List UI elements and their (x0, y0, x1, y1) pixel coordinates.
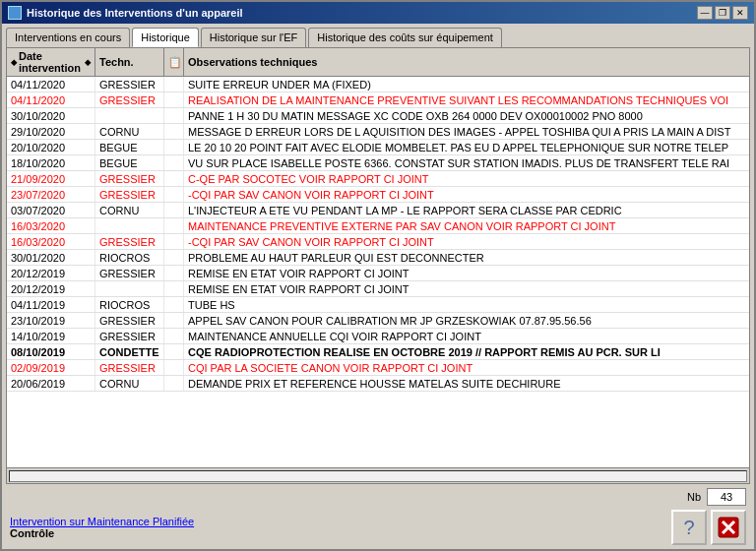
nb-label: Nb (687, 491, 701, 503)
restore-button[interactable]: ❐ (715, 6, 730, 20)
close-button[interactable]: ✕ (732, 6, 748, 20)
table-row[interactable]: 21/09/2020 GRESSIER C-QE PAR SOCOTEC VOI… (7, 171, 749, 187)
cell-flag (164, 281, 184, 296)
cell-date: 20/12/2019 (7, 266, 95, 280)
cell-flag (164, 140, 184, 154)
table-row[interactable]: 16/03/2020 MAINTENANCE PREVENTIVE EXTERN… (7, 218, 749, 234)
table-row[interactable]: 30/01/2020 RIOCROS PROBLEME AU HAUT PARL… (7, 250, 749, 266)
table-row[interactable]: 04/11/2020 GRESSIER REALISATION DE LA MA… (7, 92, 749, 108)
col-header-date[interactable]: ◆ Date intervention ◆ (7, 48, 95, 76)
table-row[interactable]: 20/10/2020 BEGUE LE 20 10 20 POINT FAIT … (7, 140, 749, 155)
cell-obs: SUITE ERREUR UNDER MA (FIXED) (184, 77, 749, 92)
cell-flag (164, 234, 184, 249)
main-window: Historique des Interventions d'un appare… (0, 0, 756, 551)
cell-date: 30/01/2020 (7, 250, 95, 265)
table-row[interactable]: 30/10/2020 PANNE 1 H 30 DU MATIN MESSAGE… (7, 108, 749, 124)
minimize-button[interactable]: — (697, 6, 713, 20)
tab-historique[interactable]: Historique (132, 28, 199, 47)
title-bar: Historique des Interventions d'un appare… (2, 2, 754, 24)
footer-left: Intervention sur Maintenance Planifiée C… (10, 516, 194, 539)
cell-date: 14/10/2019 (7, 329, 95, 343)
table-row[interactable]: 29/10/2020 CORNU MESSAGE D ERREUR LORS D… (7, 124, 749, 140)
table-row[interactable]: 14/10/2019 GRESSIER MAINTENANCE ANNUELLE… (7, 329, 749, 344)
col-header-obs[interactable]: Observations techniques (184, 48, 749, 76)
cell-tech: GRESSIER (95, 360, 164, 375)
cell-date: 29/10/2020 (7, 124, 95, 139)
cell-date: 20/06/2019 (7, 376, 95, 391)
tab-historique-couts[interactable]: Historique des coûts sur équipement (308, 28, 502, 47)
title-bar-left: Historique des Interventions d'un appare… (8, 6, 243, 20)
cell-date: 18/10/2020 (7, 155, 95, 170)
tabs-bar: Interventions en cours Historique Histor… (2, 24, 754, 47)
cell-flag (164, 108, 184, 123)
table-row[interactable]: 18/10/2020 BEGUE VU SUR PLACE ISABELLE P… (7, 155, 749, 171)
cell-tech: GRESSIER (95, 266, 164, 280)
sort-icon-right: ◆ (85, 58, 91, 67)
cell-tech (95, 281, 164, 296)
table-row[interactable]: 20/06/2019 CORNU DEMANDE PRIX ET REFEREN… (7, 376, 749, 392)
cell-date: 16/03/2020 (7, 234, 95, 249)
cell-tech: GRESSIER (95, 171, 164, 186)
cell-flag (164, 250, 184, 265)
window-title: Historique des Interventions d'un appare… (27, 7, 243, 19)
table-scroll[interactable]: 04/11/2020 GRESSIER SUITE ERREUR UNDER M… (7, 77, 749, 467)
cell-date: 20/12/2019 (7, 281, 95, 296)
cell-tech (95, 218, 164, 233)
cell-obs: MAINTENANCE ANNUELLE CQI VOIR RAPPORT CI… (184, 329, 749, 343)
table-row[interactable]: 04/11/2020 GRESSIER SUITE ERREUR UNDER M… (7, 77, 749, 92)
window-icon (8, 6, 22, 20)
cell-obs: L'INJECTEUR A ETE VU PENDANT LA MP - LE … (184, 203, 749, 217)
cell-date: 16/03/2020 (7, 218, 95, 233)
col-header-tech[interactable]: Techn. (95, 48, 164, 76)
cell-tech: BEGUE (95, 155, 164, 170)
cell-tech (95, 108, 164, 123)
table-header: ◆ Date intervention ◆ Techn. 📋 Observati… (7, 48, 749, 77)
cell-tech: GRESSIER (95, 234, 164, 249)
table-row[interactable]: 20/12/2019 REMISE EN ETAT VOIR RAPPORT C… (7, 281, 749, 297)
cell-date: 30/10/2020 (7, 108, 95, 123)
cell-date: 08/10/2019 (7, 344, 95, 359)
cell-date: 23/07/2020 (7, 187, 95, 202)
tab-historique-ef[interactable]: Historique sur l'EF (201, 28, 307, 47)
cell-obs: PROBLEME AU HAUT PARLEUR QUI EST DECONNE… (184, 250, 749, 265)
table-row[interactable]: 23/07/2020 GRESSIER -CQI PAR SAV CANON V… (7, 187, 749, 203)
table-row[interactable]: 16/03/2020 GRESSIER -CQI PAR SAV CANON V… (7, 234, 749, 250)
cell-obs: -CQI PAR SAV CANON VOIR RAPPORT CI JOINT (184, 234, 749, 249)
col-header-flag[interactable]: 📋 (164, 48, 184, 76)
table-row[interactable]: 04/11/2019 RIOCROS TUBE HS (7, 297, 749, 313)
table-row[interactable]: 20/12/2019 GRESSIER REMISE EN ETAT VOIR … (7, 266, 749, 281)
maintenance-link[interactable]: Intervention sur Maintenance Planifiée (10, 516, 194, 527)
cell-tech: CORNU (95, 376, 164, 391)
table-row[interactable]: 03/07/2020 CORNU L'INJECTEUR A ETE VU PE… (7, 203, 749, 218)
cell-date: 02/09/2019 (7, 360, 95, 375)
table-row[interactable]: 23/10/2019 GRESSIER APPEL SAV CANON POUR… (7, 313, 749, 329)
cell-flag (164, 360, 184, 375)
cell-date: 04/11/2020 (7, 92, 95, 107)
cell-tech: CORNU (95, 124, 164, 139)
nb-input[interactable] (707, 488, 746, 506)
cell-tech: BEGUE (95, 140, 164, 154)
cell-flag (164, 187, 184, 202)
scrollbar-track[interactable] (9, 470, 747, 482)
exit-button[interactable] (711, 510, 746, 545)
cell-obs: CQI PAR LA SOCIETE CANON VOIR RAPPORT CI… (184, 360, 749, 375)
table-row[interactable]: 08/10/2019 CONDETTE CQE RADIOPROTECTION … (7, 344, 749, 360)
sort-icon-left: ◆ (11, 58, 17, 67)
horizontal-scrollbar[interactable] (7, 467, 749, 483)
cell-date: 03/07/2020 (7, 203, 95, 217)
cell-flag (164, 155, 184, 170)
cell-flag (164, 171, 184, 186)
cell-obs: DEMANDE PRIX ET REFERENCE HOUSSE MATELAS… (184, 376, 749, 391)
cell-obs: LE 20 10 20 POINT FAIT AVEC ELODIE MOMBE… (184, 140, 749, 154)
cell-flag (164, 92, 184, 107)
tab-interventions-en-cours[interactable]: Interventions en cours (6, 28, 130, 47)
cell-tech: CONDETTE (95, 344, 164, 359)
cell-tech: RIOCROS (95, 297, 164, 312)
cell-date: 23/10/2019 (7, 313, 95, 328)
cell-obs: REMISE EN ETAT VOIR RAPPORT CI JOINT (184, 281, 749, 296)
cell-tech: GRESSIER (95, 329, 164, 343)
cell-tech: RIOCROS (95, 250, 164, 265)
cell-tech: GRESSIER (95, 313, 164, 328)
help-button[interactable]: ? (671, 510, 707, 545)
table-row[interactable]: 02/09/2019 GRESSIER CQI PAR LA SOCIETE C… (7, 360, 749, 376)
